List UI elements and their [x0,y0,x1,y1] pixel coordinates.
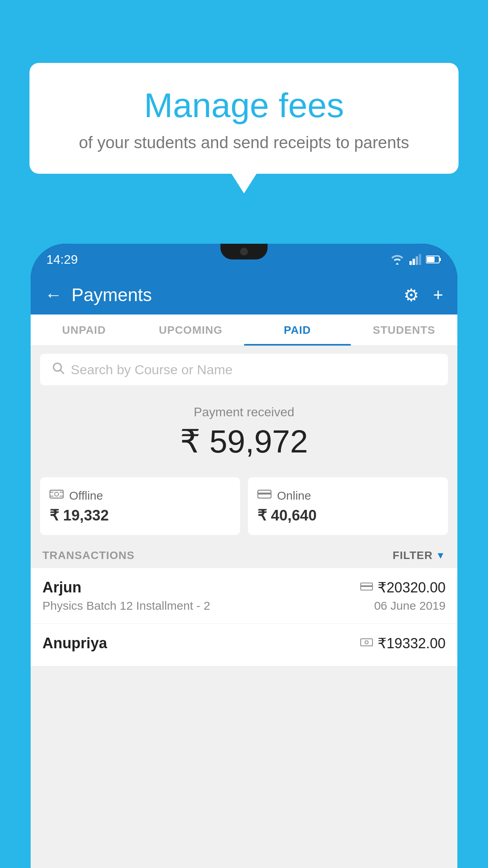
svg-rect-0 [409,261,412,265]
offline-label: Offline [69,489,103,502]
svg-rect-2 [416,256,418,265]
signal-icon [409,254,421,265]
status-icons [390,254,442,265]
filter-button[interactable]: FILTER ▼ [393,549,446,562]
phone-frame: 14:29 ← Payments [31,244,457,868]
card-icon [257,488,272,503]
camera-dot [240,248,248,256]
svg-rect-16 [258,493,271,495]
card-payment-icon [360,581,373,594]
transaction-name: Anupriya [42,635,107,652]
transaction-top: Anupriya ₹19332.00 [42,635,446,652]
online-card-header: Online [257,488,438,503]
svg-rect-19 [361,639,372,646]
transaction-detail: Physics Batch 12 Installment - 2 06 June… [42,599,446,612]
svg-line-8 [60,370,64,373]
settings-button[interactable]: ⚙ [404,285,419,305]
table-row[interactable]: Anupriya ₹19332.00 [31,624,457,666]
wifi-icon [390,254,405,265]
transaction-course: Physics Batch 12 Installment - 2 [42,599,210,612]
svg-rect-1 [413,259,415,265]
tab-paid[interactable]: PAID [244,314,351,346]
transaction-amount: ₹19332.00 [378,635,446,652]
cash-icon [50,488,64,503]
speech-bubble: Manage fees of your students and send re… [29,63,459,174]
transaction-amount: ₹20320.00 [378,579,446,596]
tab-upcoming[interactable]: UPCOMING [138,314,244,346]
filter-text: FILTER [393,549,433,562]
back-button[interactable]: ← [45,285,62,305]
online-card: Online ₹ 40,640 [248,477,448,535]
transaction-amount-row: ₹20320.00 [360,579,446,596]
add-button[interactable]: + [433,285,443,305]
table-row[interactable]: Arjun ₹20320.00 Physics Batch 12 Install… [31,568,457,624]
status-time: 14:29 [46,252,78,267]
app-header: ← Payments ⚙ + [31,275,457,314]
svg-rect-5 [439,258,441,261]
search-placeholder: Search by Course or Name [71,362,233,377]
payment-cards: Offline ₹ 19,332 Online ₹ 40,640 [31,477,457,543]
status-bar: 14:29 [31,244,457,275]
online-label: Online [277,489,311,502]
transaction-top: Arjun ₹20320.00 [42,579,446,596]
online-amount: ₹ 40,640 [257,507,438,524]
filter-icon: ▼ [436,550,446,561]
search-icon [52,361,64,378]
page-title: Payments [72,284,389,305]
bubble-subtitle: of your students and send receipts to pa… [49,133,439,152]
transaction-date: 06 June 2019 [374,599,446,612]
transactions-label: TRANSACTIONS [42,549,134,562]
svg-rect-3 [419,254,421,265]
offline-amount: ₹ 19,332 [50,507,231,524]
transactions-header: TRANSACTIONS FILTER ▼ [31,543,457,568]
svg-rect-18 [361,585,372,587]
svg-point-10 [55,492,59,496]
payment-summary: Payment received ₹ 59,972 [31,393,457,477]
transaction-name: Arjun [42,579,81,596]
svg-rect-9 [50,490,63,498]
tab-unpaid[interactable]: UNPAID [31,314,138,346]
transaction-amount-row: ₹19332.00 [360,635,446,652]
battery-icon [426,255,442,264]
cash-payment-icon [360,637,373,650]
svg-rect-6 [427,257,435,262]
offline-card: Offline ₹ 19,332 [40,477,240,535]
search-bar[interactable]: Search by Course or Name [40,354,448,385]
tab-students[interactable]: STUDENTS [351,314,458,346]
tabs-bar: UNPAID UPCOMING PAID STUDENTS [31,314,457,346]
payment-received-label: Payment received [40,405,448,419]
svg-point-20 [365,641,368,644]
payment-total-amount: ₹ 59,972 [40,423,448,460]
bubble-title: Manage fees [49,86,439,125]
content-area: Search by Course or Name Payment receive… [31,346,457,868]
notch [220,244,268,259]
offline-card-header: Offline [50,488,231,503]
